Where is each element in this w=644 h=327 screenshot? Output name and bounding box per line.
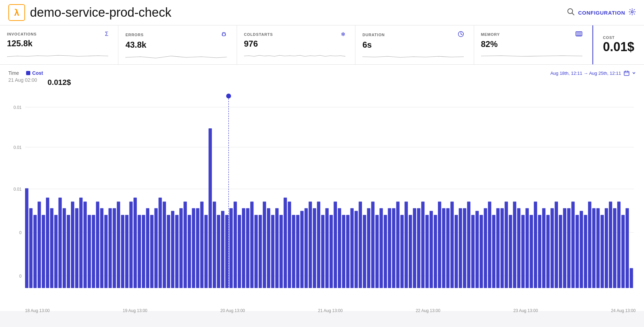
svg-rect-104 xyxy=(296,215,300,288)
x-label-4: 22 Aug 13:00 xyxy=(416,308,440,313)
svg-rect-173 xyxy=(584,215,587,288)
page-title: demo-service-prod-check xyxy=(30,5,171,20)
svg-rect-181 xyxy=(617,201,621,288)
svg-rect-126 xyxy=(388,208,391,288)
svg-rect-168 xyxy=(563,208,566,288)
metric-invocations: INVOCATIONS Σ 125.8k xyxy=(0,25,118,64)
svg-rect-114 xyxy=(338,208,341,288)
svg-rect-138 xyxy=(438,201,441,288)
svg-rect-82 xyxy=(204,215,208,288)
svg-rect-128 xyxy=(396,201,400,288)
gear-icon[interactable] xyxy=(629,8,636,17)
x-label-2: 20 Aug 13:00 xyxy=(220,308,245,313)
svg-rect-177 xyxy=(600,215,604,288)
header: λ demo-service-prod-check CONFIGURATION xyxy=(0,0,644,25)
svg-rect-92 xyxy=(246,208,250,288)
metric-errors: ERRORS 43.8k xyxy=(118,25,237,64)
search-icon[interactable] xyxy=(567,8,575,17)
svg-rect-165 xyxy=(550,208,554,288)
svg-rect-150 xyxy=(488,201,492,288)
svg-rect-68 xyxy=(146,208,149,288)
svg-rect-132 xyxy=(413,208,416,288)
svg-rect-146 xyxy=(471,215,475,288)
svg-rect-127 xyxy=(392,208,395,288)
svg-rect-66 xyxy=(138,215,141,288)
duration-value: 6s xyxy=(362,40,464,50)
chart-time-label: Time xyxy=(8,70,19,76)
metric-duration: DURATION 6s xyxy=(355,25,474,64)
svg-rect-42 xyxy=(38,201,41,288)
svg-rect-77 xyxy=(183,201,187,288)
svg-rect-89 xyxy=(234,201,237,288)
svg-rect-61 xyxy=(117,201,120,288)
svg-rect-56 xyxy=(96,201,100,288)
svg-rect-153 xyxy=(501,208,504,288)
lambda-logo: λ xyxy=(8,4,25,21)
lambda-symbol: λ xyxy=(14,7,19,18)
date-range-selector[interactable]: Aug 18th, 12:11 → Aug 25th, 12:11 xyxy=(550,70,636,76)
svg-rect-64 xyxy=(129,201,133,288)
svg-rect-41 xyxy=(33,215,37,288)
svg-rect-180 xyxy=(613,208,616,288)
svg-rect-54 xyxy=(88,215,91,288)
svg-rect-86 xyxy=(221,211,225,288)
svg-rect-49 xyxy=(67,215,70,288)
svg-rect-91 xyxy=(242,208,245,288)
memory-icon xyxy=(575,31,582,38)
svg-rect-45 xyxy=(50,208,54,288)
svg-rect-116 xyxy=(346,215,350,288)
svg-rect-144 xyxy=(463,208,466,288)
svg-rect-83 xyxy=(209,128,212,288)
svg-rect-184 xyxy=(630,268,633,288)
calendar-icon xyxy=(624,70,629,76)
svg-rect-166 xyxy=(555,201,558,288)
invocations-label: INVOCATIONS xyxy=(7,32,37,36)
memory-label: MEMORY xyxy=(481,32,500,37)
svg-rect-90 xyxy=(238,215,241,288)
svg-rect-70 xyxy=(154,208,158,288)
configuration-link[interactable]: CONFIGURATION xyxy=(578,10,625,16)
svg-rect-148 xyxy=(480,215,483,288)
svg-rect-78 xyxy=(188,215,191,288)
svg-rect-124 xyxy=(379,208,383,288)
svg-rect-75 xyxy=(175,215,179,288)
svg-rect-57 xyxy=(100,208,104,288)
svg-rect-98 xyxy=(271,215,275,288)
svg-rect-59 xyxy=(109,208,112,288)
svg-line-6 xyxy=(225,32,225,33)
invocations-value: 125.8k xyxy=(7,39,108,48)
svg-rect-136 xyxy=(430,211,433,288)
metric-memory-header: MEMORY xyxy=(481,31,582,38)
svg-rect-84 xyxy=(213,201,216,288)
svg-rect-71 xyxy=(158,198,162,288)
svg-rect-145 xyxy=(467,201,471,288)
svg-rect-85 xyxy=(217,215,220,288)
metric-coldstarts-header: COLDSTARTS ❄ xyxy=(244,31,345,38)
svg-rect-163 xyxy=(542,208,545,288)
svg-rect-93 xyxy=(250,201,254,288)
memory-sparkline xyxy=(481,51,582,59)
svg-rect-167 xyxy=(559,215,562,288)
legend-cost[interactable]: Cost xyxy=(26,70,43,76)
x-label-5: 23 Aug 13:00 xyxy=(513,308,538,313)
metric-invocations-header: INVOCATIONS Σ xyxy=(7,31,108,37)
svg-rect-183 xyxy=(626,208,629,288)
cost-label: COST xyxy=(603,35,634,40)
metric-errors-header: ERRORS xyxy=(125,31,227,39)
snowflake-icon: ❄ xyxy=(341,31,345,38)
svg-rect-40 xyxy=(29,208,33,288)
svg-rect-48 xyxy=(63,208,66,288)
svg-rect-121 xyxy=(367,208,370,288)
svg-rect-99 xyxy=(275,208,279,288)
svg-rect-63 xyxy=(125,215,129,288)
bar-chart: 0.01 0.01 0.01 0 0 xyxy=(8,90,636,305)
x-label-3: 21 Aug 13:00 xyxy=(318,308,343,313)
svg-rect-164 xyxy=(546,215,550,288)
svg-line-5 xyxy=(222,32,223,33)
chart-info-left: Time Cost 21 Aug 02:00 0.012$ xyxy=(8,70,71,87)
svg-rect-161 xyxy=(534,201,537,288)
svg-rect-113 xyxy=(334,201,337,288)
svg-rect-151 xyxy=(492,215,496,288)
svg-rect-157 xyxy=(517,208,521,288)
svg-rect-3 xyxy=(222,33,225,36)
